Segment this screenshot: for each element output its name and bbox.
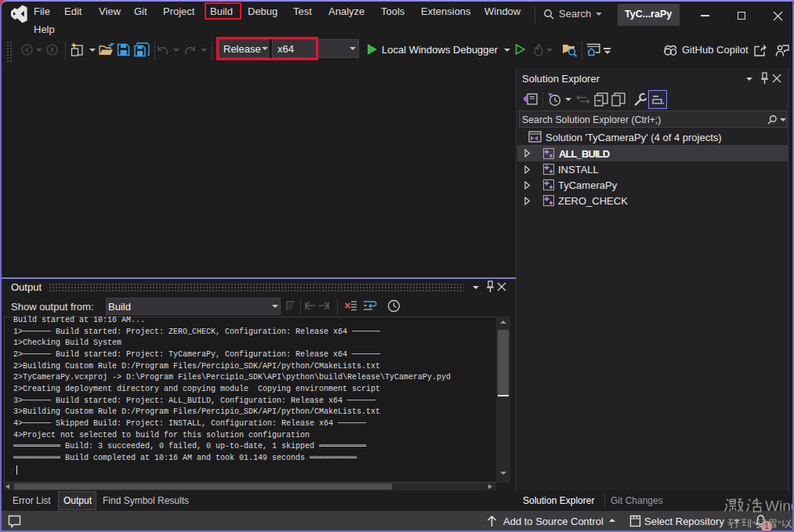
svg-text:“: “ (752, 519, 756, 530)
svg-text:”: ” (778, 519, 781, 530)
svg-text:Wind: Wind (765, 498, 792, 514)
